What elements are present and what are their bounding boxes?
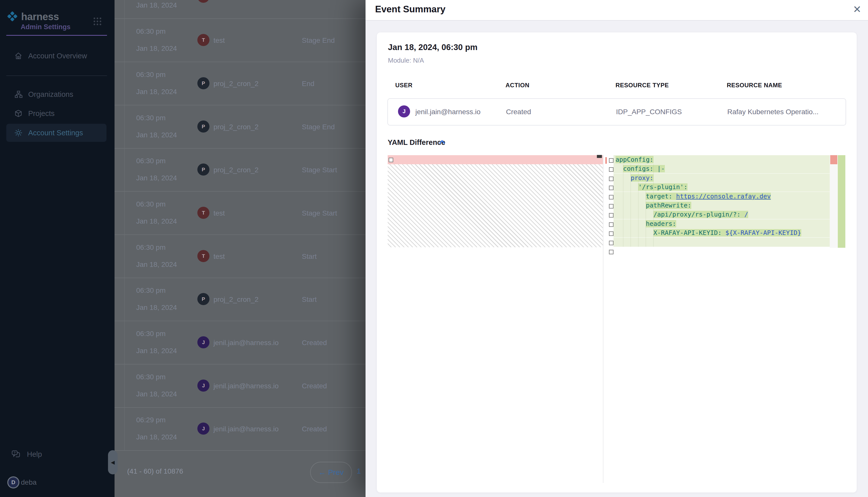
cube-icon	[14, 109, 23, 118]
svg-text:?: ?	[14, 451, 16, 455]
overview-ruler-track	[830, 155, 838, 248]
row-date: Jan 18, 2024	[136, 303, 177, 312]
row-action: Created	[302, 339, 327, 347]
page-number-button[interactable]: 1	[357, 467, 361, 475]
avatar: P	[197, 77, 209, 89]
diff-deletion-marker	[605, 157, 607, 164]
avatar: J	[197, 380, 209, 392]
table-row[interactable]: 06:30 pmJan 18, 2024Pproj_2_cron_2Stage …	[114, 148, 366, 191]
row-date: Jan 18, 2024	[136, 260, 177, 269]
overview-ruler-removed-marker	[830, 155, 837, 164]
gear-icon	[14, 129, 23, 137]
row-time: 06:30 pm	[136, 286, 166, 295]
sidebar-item-label: Projects	[28, 110, 55, 118]
table-row[interactable]: 06:29 pmJan 18, 2024Jjenil.jain@harness.…	[114, 407, 366, 451]
drawer-header: Event Summary ✕	[366, 0, 868, 20]
column-header-action: ACTION	[506, 82, 529, 89]
left-scrollbar-thumb[interactable]	[597, 155, 602, 158]
row-date: Jan 18, 2024	[136, 174, 177, 182]
diff-gutter-checkbox[interactable]	[609, 204, 614, 209]
nav-divider	[6, 75, 107, 76]
row-user: proj_2_cron_2	[213, 123, 259, 131]
sidebar-item-account-overview[interactable]: Account Overview	[6, 47, 107, 65]
diff-empty-hatch	[388, 164, 603, 247]
row-time: 06:30 pm	[136, 27, 166, 36]
avatar: P	[197, 293, 209, 305]
page: harness Admin Settings Account OverviewO…	[0, 0, 868, 497]
user-name: deba	[21, 478, 37, 486]
diff-gutter-checkbox[interactable]	[609, 176, 614, 181]
table-row[interactable]: 06:30 pmJan 18, 2024Pproj_2_cron_2Start	[114, 278, 366, 321]
diff-gutter-checkbox[interactable]	[609, 167, 614, 172]
indent-guide	[653, 164, 653, 247]
table-row[interactable]: Jan 18, 2024TtestEnd	[114, 0, 366, 19]
logo-text: harness	[21, 11, 59, 23]
home-icon	[14, 52, 23, 60]
prev-button[interactable]: ← Prev	[310, 462, 352, 483]
event-summary-drawer: Event Summary ✕ Jan 18, 2024, 06:30 pm M…	[366, 0, 868, 497]
avatar: T	[197, 34, 209, 46]
row-action: End	[302, 80, 314, 88]
row-user: test	[213, 37, 225, 44]
row-action: Stage Start	[302, 209, 337, 217]
diff-gutter-checkbox[interactable]	[609, 158, 614, 163]
row-date: Jan 18, 2024	[136, 88, 177, 96]
indent-guide	[623, 164, 623, 247]
indent-guide	[631, 164, 631, 247]
table-row[interactable]: 06:30 pmJan 18, 2024Jjenil.jain@harness.…	[114, 321, 366, 365]
row-action: Start	[302, 253, 317, 260]
event-user: jenil.jain@harness.io	[415, 108, 481, 116]
table-row[interactable]: 06:30 pmJan 18, 2024TtestStage End	[114, 18, 366, 62]
event-action: Created	[506, 108, 531, 116]
diff-gutter-checkbox[interactable]	[609, 231, 614, 236]
table-row[interactable]: 06:30 pmJan 18, 2024Jjenil.jain@harness.…	[114, 364, 366, 408]
row-user: proj_2_cron_2	[213, 80, 259, 88]
diff-gutter-checkbox[interactable]	[609, 213, 614, 217]
harness-logo-icon	[6, 11, 18, 23]
row-time: 06:30 pm	[136, 157, 166, 165]
diff-gutter-checkbox[interactable]	[609, 186, 614, 190]
yaml-diff-editor[interactable]: appConfig: configs: |- proxy: '/rs-plugi…	[388, 155, 846, 483]
sidebar-item-projects[interactable]: Projects	[6, 104, 107, 123]
row-time: 06:30 pm	[136, 114, 166, 122]
app-grid-icon[interactable]	[93, 17, 102, 27]
org-icon	[14, 90, 23, 99]
event-resource-name: Rafay Kubernetes Operatio...	[727, 108, 819, 116]
pagination-range: (41 - 60) of 10876	[127, 467, 183, 475]
admin-settings-subtitle: Admin Settings	[20, 23, 70, 31]
chevron-up-icon[interactable]	[438, 138, 446, 146]
table-row[interactable]: 06:30 pmJan 18, 2024Pproj_2_cron_2Stage …	[114, 105, 366, 148]
table-row[interactable]: 06:30 pmJan 18, 2024TtestStart	[114, 235, 366, 278]
column-header-resource-name: RESOURCE NAME	[727, 82, 782, 89]
row-time: 06:30 pm	[136, 243, 166, 252]
row-user: jenil.jain@harness.io	[213, 425, 279, 433]
indent-guide	[638, 164, 638, 247]
row-date: Jan 18, 2024	[136, 390, 177, 398]
sidebar: harness Admin Settings Account OverviewO…	[0, 0, 114, 497]
prev-arrow-icon: ←	[318, 468, 326, 477]
column-header-user: USER	[395, 82, 413, 89]
table-row[interactable]: 06:30 pmJan 18, 2024TtestStage Start	[114, 191, 366, 235]
close-icon[interactable]: ✕	[853, 3, 862, 15]
row-user: proj_2_cron_2	[213, 166, 259, 174]
diff-gutter-checkbox[interactable]	[389, 158, 393, 162]
table-row[interactable]: 06:30 pmJan 18, 2024Pproj_2_cron_2End	[114, 62, 366, 105]
row-user: proj_2_cron_2	[213, 296, 259, 303]
event-row[interactable]: J jenil.jain@harness.io Created IDP_APP_…	[387, 98, 846, 126]
row-date: Jan 18, 2024	[136, 1, 177, 9]
diff-pane-separator	[603, 155, 603, 483]
diff-gutter-checkbox[interactable]	[609, 222, 614, 227]
event-datetime: Jan 18, 2024, 06:30 pm	[388, 43, 478, 52]
row-action: Stage End	[302, 123, 335, 131]
avatar: T	[197, 207, 209, 219]
sidebar-collapse-handle[interactable]: ◀	[108, 450, 118, 474]
avatar: D	[7, 477, 19, 488]
sidebar-item-organizations[interactable]: Organizations	[6, 85, 107, 103]
diff-gutter-checkbox[interactable]	[609, 195, 614, 199]
row-date: Jan 18, 2024	[136, 131, 177, 139]
diff-gutter-checkbox[interactable]	[609, 250, 614, 254]
sidebar-item-account-settings[interactable]: Account Settings	[6, 124, 107, 142]
event-summary-card: Jan 18, 2024, 06:30 pm Module: N/A USER …	[377, 32, 857, 493]
diff-gutter-checkbox[interactable]	[609, 241, 614, 245]
row-action: Created	[302, 382, 327, 390]
